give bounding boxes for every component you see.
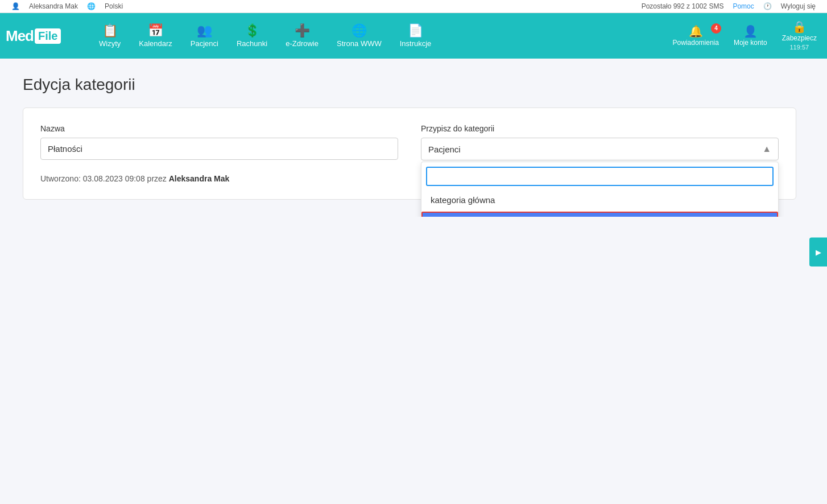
chevron-up-icon: ▲: [762, 144, 771, 154]
nav-notifications[interactable]: 🔔 4 Powiadomienia: [668, 23, 723, 49]
help-link[interactable]: Pomoc: [733, 2, 754, 10]
wizyty-icon: 📋: [102, 24, 118, 37]
nav-instrukcje-label: Instrukcje: [400, 39, 432, 48]
lock-icon: 🔒: [792, 21, 807, 32]
notifications-label: Powiadomienia: [673, 39, 719, 47]
nav-rachunki-label: Rachunki: [237, 39, 267, 48]
nav-items: 📋 Wizyty 📅 Kalendarz 👥 Pacjenci 💲 Rachun…: [91, 21, 668, 51]
nav-kalendarz[interactable]: 📅 Kalendarz: [131, 21, 180, 51]
logo-med: Med: [6, 27, 34, 45]
rachunki-icon: 💲: [245, 24, 260, 37]
nav-kalendarz-label: Kalendarz: [139, 39, 172, 48]
page-title: Edycja kategorii: [23, 76, 804, 94]
created-date: 03.08.2023 09:08: [83, 174, 145, 183]
created-prefix: Utworzono:: [40, 174, 81, 183]
stronawww-icon: 🌐: [352, 24, 367, 37]
username: Aleksandra Mak: [29, 2, 78, 10]
globe-icon: 🌐: [87, 2, 96, 10]
bell-icon: 🔔: [689, 26, 703, 37]
nav-wizyty[interactable]: 📋 Wizyty: [91, 21, 129, 51]
select-value: Pacjenci: [428, 144, 461, 154]
select-display[interactable]: Pacjenci ▲: [421, 138, 779, 160]
pin-label: Przypisz do kategorii: [421, 124, 779, 133]
nav-right: 🔔 4 Powiadomienia 👤 Moje konto 🔒 Zabezpi…: [668, 19, 821, 53]
kalendarz-icon: 📅: [148, 24, 163, 37]
dropdown-search-input[interactable]: [426, 167, 774, 186]
clock-icon: 🕐: [763, 2, 772, 10]
logo-file: File: [35, 28, 61, 44]
logo[interactable]: Med File: [6, 27, 80, 45]
nav-pacjenci-label: Pacjenci: [191, 39, 218, 48]
nav-ezdrowie[interactable]: ➕ e-Zdrowie: [278, 21, 326, 51]
created-by-prefix: przez: [147, 174, 167, 183]
top-bar-left: 👤 Aleksandra Mak 🌐 Polski: [11, 2, 123, 10]
nav-pacjenci[interactable]: 👥 Pacjenci: [183, 21, 226, 51]
sms-status: Pozostało 992 z 1002 SMS: [642, 2, 724, 10]
name-label: Nazwa: [40, 124, 398, 133]
dropdown-item-pacjenci[interactable]: Pacjenci: [421, 212, 778, 217]
nav-rachunki[interactable]: 💲 Rachunki: [229, 21, 275, 51]
nav-account[interactable]: 👤 Moje konto: [729, 23, 772, 49]
account-label: Moje konto: [734, 39, 767, 47]
instrukcje-icon: 📄: [408, 24, 423, 37]
dropdown-item-kategoria-glowna[interactable]: kategoria główna: [421, 188, 778, 212]
user-icon: 👤: [11, 2, 20, 10]
nav-stronawww[interactable]: 🌐 Strona WWW: [329, 21, 390, 51]
nav-stronawww-label: Strona WWW: [337, 39, 382, 48]
nav-ezdrowie-label: e-Zdrowie: [286, 39, 319, 48]
nav-instrukcje[interactable]: 📄 Instrukcje: [392, 21, 440, 51]
security-label: Zabezpiecz: [782, 34, 817, 42]
form-card: Nazwa Przypisz do kategorii Pacjenci ▲ k…: [23, 108, 796, 200]
top-bar: 👤 Aleksandra Mak 🌐 Polski Pozostało 992 …: [0, 0, 827, 13]
main-content: Edycja kategorii Nazwa Przypisz do kateg…: [0, 59, 827, 217]
navbar: Med File 📋 Wizyty 📅 Kalendarz 👥 Pacjenci…: [0, 13, 827, 59]
account-icon: 👤: [743, 26, 758, 37]
nav-wizyty-label: Wizyty: [99, 39, 121, 48]
form-row: Nazwa Przypisz do kategorii Pacjenci ▲ k…: [40, 124, 779, 160]
nav-security[interactable]: 🔒 Zabezpiecz 119:57: [778, 19, 821, 53]
created-by: Aleksandra Mak: [169, 174, 230, 183]
name-input[interactable]: [40, 138, 398, 160]
name-group: Nazwa: [40, 124, 398, 160]
language: Polski: [105, 2, 123, 10]
dropdown: kategoria główna Pacjenci Płatności Gabi…: [421, 162, 779, 217]
top-bar-right: Pozostało 992 z 1002 SMS Pomoc 🕐 Wyloguj…: [642, 2, 816, 10]
logout-link[interactable]: Wyloguj się: [781, 2, 816, 10]
pacjenci-icon: 👥: [197, 24, 212, 37]
select-wrapper: Pacjenci ▲ kategoria główna Pacjenci Pła…: [421, 138, 779, 160]
ezdrowie-icon: ➕: [295, 24, 310, 37]
security-time: 119:57: [789, 44, 809, 51]
pin-group: Przypisz do kategorii Pacjenci ▲ kategor…: [421, 124, 779, 160]
notifications-badge: 4: [711, 23, 721, 34]
